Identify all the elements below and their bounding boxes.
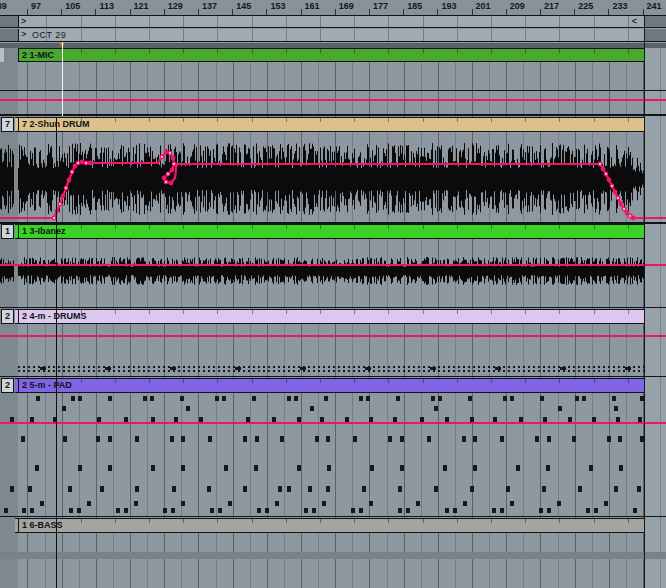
ruler-tick	[403, 9, 404, 16]
row-gridline	[286, 16, 287, 27]
row-gridline	[46, 29, 47, 41]
ruler-bar-number: 153	[270, 1, 285, 11]
ruler-tick	[369, 9, 370, 16]
automation-breakpoint-center	[605, 173, 607, 175]
ruler-bar-number: 137	[202, 1, 217, 11]
automation-breakpoint[interactable]	[169, 181, 174, 186]
automation-breakpoint-center	[71, 171, 73, 173]
automation-breakpoint-center	[599, 163, 601, 165]
ruler-tick	[472, 9, 473, 16]
ruler-bar-number: 105	[65, 1, 80, 11]
row-gridline	[457, 29, 458, 41]
ruler-bar-number: 121	[134, 1, 149, 11]
locator-label[interactable]: OCT 29	[32, 30, 66, 40]
ruler-bar-number: 185	[407, 1, 422, 11]
ruler-bar-number: 233	[612, 1, 627, 11]
ruler-tick	[540, 9, 541, 16]
row-gridline	[354, 16, 355, 27]
automation-breakpoint[interactable]	[613, 190, 618, 195]
automation-breakpoint-center	[161, 156, 163, 158]
automation-breakpoint[interactable]	[164, 150, 169, 155]
ruler-tick	[643, 9, 644, 16]
automation-breakpoint[interactable]	[607, 178, 612, 183]
automation-breakpoint-center	[173, 163, 175, 165]
insert-marker-line	[56, 117, 57, 588]
row-gridline	[457, 16, 458, 27]
row-gridline	[423, 16, 424, 27]
locator-row[interactable]: > OCT 29	[0, 29, 666, 42]
automation-breakpoint-center	[77, 162, 79, 164]
row-gridline	[320, 29, 321, 41]
automation-breakpoint-center	[59, 203, 61, 205]
ruler-tick	[574, 9, 575, 16]
beat-time-ruler[interactable]: 8997105113121129137145153161169177185193…	[0, 0, 666, 16]
ruler-tick	[95, 9, 96, 16]
automation-breakpoint-center	[167, 173, 169, 175]
ruler-tick	[198, 9, 199, 16]
locator-marker-icon: >	[21, 29, 26, 40]
ruler-bar-number: 97	[31, 1, 41, 11]
row-gridline	[525, 29, 526, 41]
ruler-bar-number: 217	[544, 1, 559, 11]
row-gridline	[491, 29, 492, 41]
automation-breakpoint[interactable]	[80, 160, 85, 165]
row-gridline	[115, 29, 116, 41]
row-gridline	[320, 16, 321, 27]
ruler-bar-number: 113	[99, 1, 114, 11]
ruler-bar-number: 193	[441, 1, 456, 11]
ruler-tick	[266, 9, 267, 16]
ruler-bar-number: 145	[236, 1, 251, 11]
scrub-area-box[interactable]: > <	[18, 16, 645, 27]
ruler-bar-number: 169	[339, 1, 354, 11]
row-gridline	[491, 16, 492, 27]
automation-line-track-1[interactable]	[0, 152, 666, 218]
automation-breakpoint[interactable]	[631, 216, 636, 221]
ruler-bar-number: 225	[578, 1, 593, 11]
row-gridline	[252, 29, 253, 41]
automation-breakpoint-center	[629, 215, 631, 217]
automation-breakpoint[interactable]	[619, 202, 624, 207]
row-gridline	[388, 29, 389, 41]
automation-breakpoint-center	[169, 152, 171, 154]
automation-breakpoint[interactable]	[170, 168, 175, 173]
ruler-tick	[301, 9, 302, 16]
ruler-bar-number: 161	[305, 1, 320, 11]
ruler-tick	[27, 9, 28, 16]
ruler-bar-number: 177	[373, 1, 388, 11]
automation-breakpoint[interactable]	[67, 178, 72, 183]
ruler-tick	[437, 9, 438, 16]
automation-breakpoint-center	[65, 187, 67, 189]
automation-breakpoint[interactable]	[88, 161, 93, 166]
row-gridline	[115, 16, 116, 27]
automation-breakpoint-center	[165, 181, 167, 183]
ruler-bar-number: 201	[476, 1, 491, 11]
row-gridline	[149, 29, 150, 41]
scrub-area[interactable]: > <	[0, 16, 666, 28]
playhead-line	[62, 42, 63, 116]
ruler-track-gap-band	[0, 43, 666, 48]
row-gridline	[559, 29, 560, 41]
automation-breakpoint[interactable]	[61, 194, 66, 199]
row-gridline	[46, 16, 47, 27]
automation-breakpoint[interactable]	[171, 156, 176, 161]
row-gridline	[252, 16, 253, 27]
row-gridline	[217, 16, 218, 27]
automation-breakpoint-center	[85, 162, 87, 164]
row-gridline	[559, 16, 560, 27]
row-gridline	[594, 16, 595, 27]
ruler-tick	[164, 9, 165, 16]
ruler-tick	[335, 9, 336, 16]
ruler-tick	[130, 9, 131, 16]
automation-breakpoint-center	[623, 208, 625, 210]
automation-breakpoint[interactable]	[601, 167, 606, 172]
locator-row-box[interactable]: > OCT 29	[18, 29, 645, 41]
automation-lines[interactable]	[0, 0, 666, 588]
ruler-tick	[506, 9, 507, 16]
row-gridline	[525, 16, 526, 27]
automation-breakpoint-center	[611, 185, 613, 187]
ruler-tick	[61, 9, 62, 16]
scrub-start-arrow-icon: >	[21, 16, 26, 27]
scrub-end-arrow-icon: <	[632, 16, 637, 27]
row-gridline	[354, 29, 355, 41]
ruler-tick	[232, 9, 233, 16]
